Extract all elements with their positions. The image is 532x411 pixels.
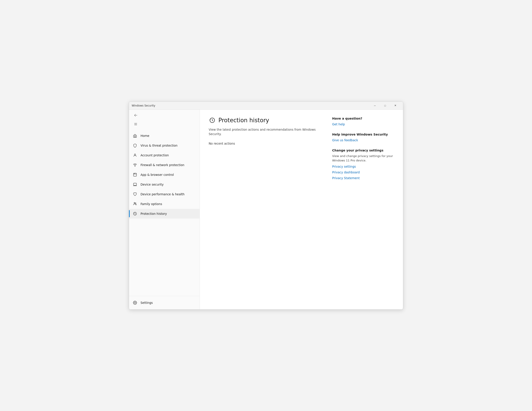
privacy-dashboard-link[interactable]: Privacy dashboard xyxy=(332,170,394,175)
sidebar-item-family[interactable]: Family options xyxy=(129,199,200,209)
privacy-section: Change your privacy settings View and ch… xyxy=(332,149,394,180)
shield-icon xyxy=(133,143,137,148)
main-content: Protection history View the latest prote… xyxy=(200,110,403,309)
sidebar-item-settings[interactable]: Settings xyxy=(129,298,200,308)
app-title: Windows Security xyxy=(132,104,155,107)
help-section-title: Have a question? xyxy=(332,117,394,120)
no-actions-text: No recent actions xyxy=(209,142,323,145)
window-icon xyxy=(133,172,137,177)
sidebar-item-home[interactable]: Home xyxy=(129,131,200,141)
sidebar-item-family-label: Family options xyxy=(141,202,162,206)
minimize-button[interactable]: ─ xyxy=(370,102,380,110)
title-bar: Windows Security ─ □ ✕ xyxy=(129,102,403,110)
sidebar-item-home-label: Home xyxy=(141,134,149,137)
sidebar-item-app-browser[interactable]: App & browser control xyxy=(129,170,200,180)
family-icon xyxy=(133,202,137,206)
privacy-section-description: View and change privacy settings for you… xyxy=(332,154,394,163)
maximize-button[interactable]: □ xyxy=(380,102,390,110)
sidebar-item-account-label: Account protection xyxy=(141,154,169,157)
wifi-icon xyxy=(133,163,137,167)
person-icon xyxy=(133,153,137,158)
menu-button[interactable] xyxy=(132,120,140,128)
sidebar: Home Virus & threat protection xyxy=(129,110,200,309)
help-section: Have a question? Get help xyxy=(332,117,394,127)
privacy-statement-link[interactable]: Privacy Statement xyxy=(332,176,394,180)
window-controls: ─ □ ✕ xyxy=(370,102,400,110)
sidebar-nav: Home Virus & threat protection xyxy=(129,130,200,296)
sidebar-item-device-security-label: Device security xyxy=(141,183,163,186)
page-header: Protection history xyxy=(209,117,323,124)
info-sidebar: Have a question? Get help Help improve W… xyxy=(332,117,394,302)
privacy-settings-link[interactable]: Privacy settings xyxy=(332,164,394,169)
sidebar-footer: Settings xyxy=(129,296,200,309)
sidebar-top-controls xyxy=(129,110,200,130)
history-icon xyxy=(133,211,137,216)
svg-rect-2 xyxy=(133,173,137,176)
svg-point-0 xyxy=(134,154,136,155)
give-feedback-link[interactable]: Give us feedback xyxy=(332,138,394,142)
sidebar-item-device-performance[interactable]: Device performance & health xyxy=(129,189,200,199)
svg-rect-3 xyxy=(133,183,137,185)
sidebar-item-protection-history[interactable]: Protection history xyxy=(129,209,200,219)
app-body: Home Virus & threat protection xyxy=(129,110,403,309)
sidebar-item-virus[interactable]: Virus & threat protection xyxy=(129,141,200,150)
sidebar-item-settings-label: Settings xyxy=(141,301,153,304)
sidebar-item-virus-label: Virus & threat protection xyxy=(141,144,178,147)
feedback-section: Help improve Windows Security Give us fe… xyxy=(332,133,394,142)
laptop-icon xyxy=(133,182,137,187)
heart-icon xyxy=(133,192,137,197)
sidebar-item-device-performance-label: Device performance & health xyxy=(141,192,185,196)
sidebar-item-account[interactable]: Account protection xyxy=(129,150,200,160)
page-title: Protection history xyxy=(218,117,269,124)
sidebar-item-firewall[interactable]: Firewall & network protection xyxy=(129,160,200,170)
get-help-link[interactable]: Get help xyxy=(332,122,394,127)
svg-point-6 xyxy=(134,302,136,303)
sidebar-item-firewall-label: Firewall & network protection xyxy=(141,163,184,167)
privacy-section-title: Change your privacy settings xyxy=(332,149,394,152)
sidebar-item-protection-history-label: Protection history xyxy=(141,212,167,215)
page-subtitle: View the latest protection actions and r… xyxy=(209,127,323,137)
gear-icon xyxy=(133,300,137,305)
feedback-section-title: Help improve Windows Security xyxy=(332,133,394,136)
svg-point-1 xyxy=(135,166,135,166)
home-icon xyxy=(133,133,137,138)
close-button[interactable]: ✕ xyxy=(390,102,400,110)
svg-point-4 xyxy=(134,202,135,204)
sidebar-item-app-browser-label: App & browser control xyxy=(141,173,174,176)
svg-point-5 xyxy=(135,203,136,204)
app-window: Windows Security ─ □ ✕ xyxy=(129,101,403,310)
back-button[interactable] xyxy=(132,111,140,119)
sidebar-item-device-security[interactable]: Device security xyxy=(129,180,200,189)
content-primary: Protection history View the latest prote… xyxy=(209,117,323,302)
page-header-icon xyxy=(209,117,216,124)
